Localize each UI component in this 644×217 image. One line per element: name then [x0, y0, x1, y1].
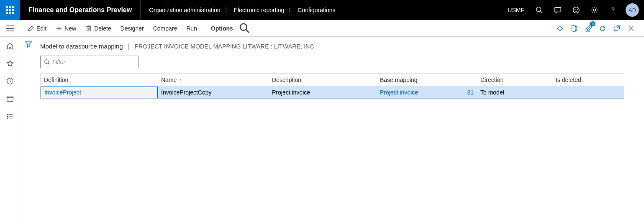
- popout-button[interactable]: [611, 22, 623, 35]
- search-icon: [536, 6, 543, 14]
- mapping-grid: Definition Name ↑ Description Base mappi…: [40, 73, 624, 99]
- sort-asc-icon: ↑: [179, 77, 182, 82]
- messages-button[interactable]: [549, 0, 567, 20]
- rail-favorites[interactable]: [6, 59, 14, 68]
- table-row[interactable]: InvoiceProject InvoiceProjectCopy Projec…: [41, 86, 624, 99]
- cell-direction[interactable]: To model: [477, 89, 552, 96]
- svg-rect-7: [9, 12, 11, 14]
- svg-point-38: [7, 114, 8, 115]
- pencil-icon: [28, 25, 34, 32]
- workspace-icon: [6, 95, 14, 102]
- svg-line-10: [541, 11, 543, 13]
- rail-recents[interactable]: [6, 77, 14, 85]
- col-name[interactable]: Name ↑: [158, 77, 269, 83]
- svg-line-42: [48, 63, 50, 65]
- svg-point-13: [575, 9, 575, 10]
- trash-icon: [85, 25, 92, 32]
- cell-base-mapping[interactable]: Project invoice: [377, 89, 460, 96]
- attachments-button[interactable]: 0: [582, 22, 595, 35]
- col-base-mapping[interactable]: Base mapping: [377, 77, 460, 83]
- feedback-button[interactable]: [567, 0, 585, 20]
- svg-rect-6: [6, 12, 8, 14]
- cell-definition[interactable]: InvoiceProject: [41, 87, 158, 98]
- plus-icon: [56, 25, 62, 32]
- col-direction[interactable]: Direction: [477, 77, 552, 83]
- col-is-deleted[interactable]: Is deleted: [552, 77, 619, 83]
- popout-icon: [613, 25, 621, 32]
- svg-rect-0: [6, 6, 8, 8]
- edit-label: Edit: [36, 25, 46, 32]
- search-icon: [238, 22, 251, 35]
- col-description[interactable]: Description: [269, 77, 377, 83]
- user-avatar[interactable]: AD: [626, 3, 639, 17]
- refresh-button[interactable]: [596, 22, 609, 35]
- breadcrumb-item[interactable]: Configurations: [298, 7, 335, 13]
- app-title: Finance and Operations Preview: [20, 0, 141, 20]
- page-info-button[interactable]: [554, 22, 566, 35]
- filter-pane-toggle[interactable]: [20, 37, 37, 217]
- grid-header: Definition Name ↑ Description Base mappi…: [41, 74, 624, 86]
- settings-button[interactable]: [585, 0, 604, 20]
- run-button[interactable]: Run: [182, 23, 201, 33]
- close-button[interactable]: [625, 22, 637, 35]
- options-label: Options: [211, 25, 233, 32]
- svg-point-26: [240, 23, 247, 30]
- svg-line-27: [246, 30, 249, 32]
- rail-home[interactable]: [6, 42, 14, 50]
- chevron-right-icon: 〉: [225, 7, 230, 14]
- legal-entity[interactable]: USMF: [502, 7, 530, 13]
- title-separator: |: [128, 43, 130, 50]
- open-office-button[interactable]: [568, 22, 580, 35]
- refresh-icon: [599, 25, 606, 32]
- app-launcher-button[interactable]: [0, 0, 20, 20]
- action-bar-row: Edit New Delete Designer Compare Run Opt…: [0, 20, 644, 37]
- cell-description[interactable]: Project invoice: [269, 89, 377, 96]
- smile-icon: [572, 6, 580, 14]
- filter-input[interactable]: [52, 59, 135, 65]
- svg-rect-3: [6, 9, 8, 11]
- clock-icon: [6, 77, 14, 85]
- home-icon: [6, 42, 14, 50]
- help-button[interactable]: [604, 0, 622, 20]
- designer-button[interactable]: Designer: [116, 23, 148, 33]
- content: Model to datasource mapping | PROJECT IN…: [20, 37, 644, 217]
- designer-label: Designer: [121, 25, 144, 32]
- rail-modules[interactable]: [6, 112, 14, 120]
- compare-button[interactable]: Compare: [149, 23, 182, 33]
- search-icon: [44, 59, 50, 65]
- nav-toggle-button[interactable]: [0, 20, 20, 36]
- col-name-label: Name: [161, 77, 177, 83]
- navigation-rail: [0, 37, 20, 217]
- svg-point-14: [577, 9, 577, 10]
- funnel-icon: [25, 41, 32, 48]
- star-icon: [6, 60, 14, 67]
- edit-button[interactable]: Edit: [23, 23, 51, 33]
- svg-rect-11: [555, 8, 561, 12]
- delete-button[interactable]: Delete: [81, 23, 115, 33]
- svg-rect-33: [7, 96, 13, 102]
- svg-rect-28: [557, 26, 563, 31]
- action-search-button[interactable]: [238, 22, 251, 35]
- quick-filter[interactable]: [40, 56, 139, 68]
- svg-point-9: [536, 7, 541, 12]
- cell-name[interactable]: InvoiceProjectCopy: [158, 89, 269, 96]
- search-button[interactable]: [530, 0, 549, 20]
- rail-workspaces[interactable]: [6, 94, 14, 103]
- options-button[interactable]: Options: [207, 23, 237, 33]
- hamburger-icon: [6, 26, 14, 31]
- close-icon: [627, 25, 635, 32]
- breadcrumb-item[interactable]: Electronic reporting: [234, 7, 285, 13]
- svg-rect-1: [9, 6, 11, 8]
- breadcrumb-item[interactable]: Organization administration: [149, 7, 220, 13]
- new-button[interactable]: New: [51, 23, 80, 33]
- run-label: Run: [186, 25, 197, 32]
- svg-rect-5: [12, 9, 14, 11]
- svg-point-15: [593, 9, 595, 11]
- breadcrumb: Organization administration 〉 Electronic…: [141, 7, 502, 14]
- global-header: Finance and Operations Preview Organizat…: [0, 0, 644, 20]
- separator: [204, 24, 204, 33]
- action-bar-right: 0: [554, 22, 641, 35]
- col-definition[interactable]: Definition: [41, 77, 158, 83]
- office-icon: [570, 25, 578, 32]
- cell-num[interactable]: 31: [460, 89, 477, 96]
